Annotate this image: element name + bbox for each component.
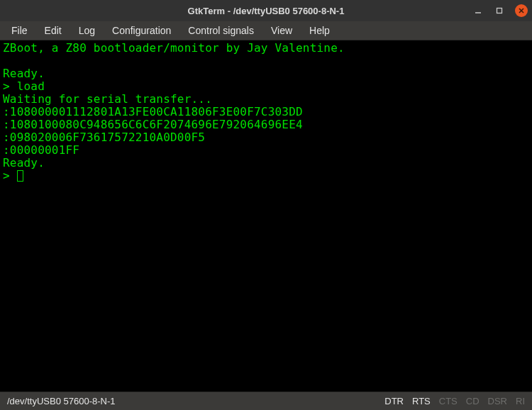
terminal-line: :1080100080C948656C6C6F2074696E792064696… — [3, 118, 303, 131]
signal-dsr: DSR — [488, 396, 507, 406]
signal-cts: CTS — [439, 396, 458, 406]
terminal-area[interactable]: ZBoot, a Z80 bootloader/monitor by Jay V… — [0, 40, 532, 392]
window-title: GtkTerm - /dev/ttyUSB0 57600-8-N-1 — [188, 6, 345, 16]
signal-cd: CD — [466, 396, 480, 406]
terminal-cursor — [17, 170, 23, 182]
menu-edit[interactable]: Edit — [38, 23, 69, 38]
terminal-line: :00000001FF — [3, 143, 79, 157]
terminal-line: Waiting for serial transfer... — [3, 92, 212, 106]
terminal-line: :108000001112801A13FE00CA11806F3E00F7C30… — [3, 105, 303, 118]
signal-rts[interactable]: RTS — [412, 396, 431, 406]
statusbar: /dev/ttyUSB0 57600-8-N-1 DTR RTS CTS CD … — [0, 392, 532, 410]
svg-rect-1 — [497, 9, 502, 13]
menubar: File Edit Log Configuration Control sign… — [0, 21, 532, 40]
menu-log[interactable]: Log — [72, 23, 102, 38]
menu-view[interactable]: View — [264, 23, 299, 38]
minimize-button[interactable] — [472, 5, 484, 16]
terminal-line: ZBoot, a Z80 bootloader/monitor by Jay V… — [3, 41, 345, 55]
terminal-line: Ready. — [3, 67, 45, 80]
minimize-icon — [474, 6, 482, 15]
signal-dtr[interactable]: DTR — [384, 396, 404, 406]
menu-configuration[interactable]: Configuration — [105, 23, 178, 38]
maximize-button[interactable] — [494, 5, 505, 16]
window-controls — [472, 4, 528, 17]
menu-control-signals[interactable]: Control signals — [181, 23, 261, 38]
maximize-icon — [495, 6, 504, 15]
titlebar: GtkTerm - /dev/ttyUSB0 57600-8-N-1 — [0, 0, 532, 21]
close-icon — [517, 6, 526, 15]
close-button[interactable] — [515, 4, 528, 17]
terminal-line: :098020006F73617572210A0D00F5 — [3, 131, 205, 144]
signal-indicators: DTR RTS CTS CD DSR RI — [384, 396, 525, 406]
signal-ri: RI — [516, 396, 525, 406]
terminal-line: > — [3, 169, 17, 182]
menu-file[interactable]: File — [4, 23, 35, 38]
status-port: /dev/ttyUSB0 57600-8-N-1 — [7, 396, 115, 406]
menu-help[interactable]: Help — [302, 23, 337, 38]
terminal-line: Ready. — [3, 156, 45, 170]
terminal-line: > load — [3, 79, 45, 93]
